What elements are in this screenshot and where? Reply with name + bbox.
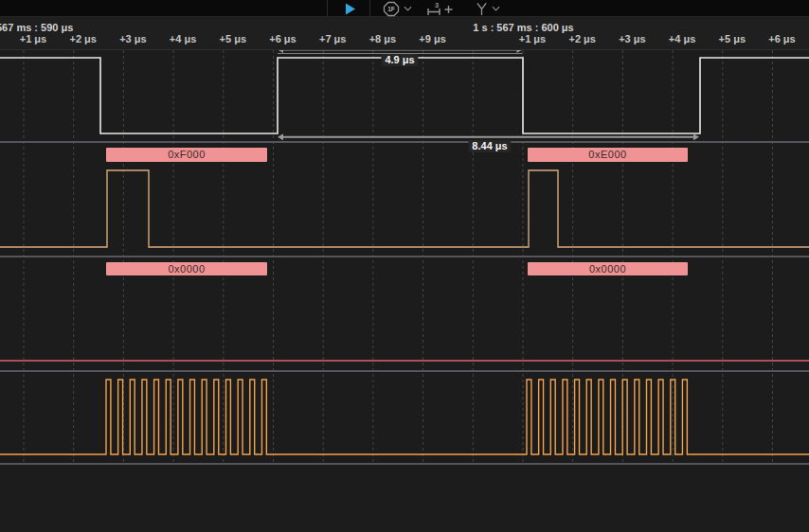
measurement-label[interactable]: 8.44 μs xyxy=(468,140,511,152)
time-tick-label: +3 μs xyxy=(119,33,146,44)
trigger-probe-icon xyxy=(476,2,488,16)
toolbar-divider xyxy=(327,0,328,17)
protocol-annotation[interactable]: 0x0000 xyxy=(528,262,688,276)
play-button[interactable] xyxy=(337,0,362,17)
logic-analyzer-window: 1F 3 567 ms : 590 μs +1 μs+2 μs+3 μs xyxy=(0,0,809,532)
protocol-annotation[interactable]: 0xE000 xyxy=(528,148,688,163)
toolbar-divider xyxy=(369,0,370,17)
time-tick-label: +7 μs xyxy=(319,33,346,44)
channel-1-waveform xyxy=(0,170,809,247)
time-tick-label: +9 μs xyxy=(419,33,445,44)
time-tick-label: +2 μs xyxy=(568,33,595,44)
plus-icon xyxy=(445,6,453,13)
measurement-icon: 3 xyxy=(424,1,455,16)
time-tick-label: +5 μs xyxy=(220,33,246,44)
time-tick-label: +2 μs xyxy=(69,33,96,44)
timeline-absolute-label: 567 ms : 590 μs xyxy=(0,22,73,33)
add-measurement-button[interactable]: 3 xyxy=(423,0,456,17)
time-tick-label: +1 μs xyxy=(519,33,546,44)
time-tick-label: +8 μs xyxy=(369,33,396,44)
analyzers-button[interactable]: 1F xyxy=(380,0,414,17)
time-tick-label: +3 μs xyxy=(619,33,645,44)
protocol-annotation[interactable]: 0xF000 xyxy=(106,148,267,163)
measurement-arrow-left xyxy=(278,133,283,140)
channel-0-waveform xyxy=(0,58,809,133)
measurement-label[interactable]: 4.9 μs xyxy=(381,54,418,66)
time-tick-label: +6 μs xyxy=(768,33,795,44)
time-tick-label: +1 μs xyxy=(20,33,46,44)
analyzer-hex-icon: 1F xyxy=(383,1,400,17)
svg-text:1F: 1F xyxy=(387,6,395,12)
time-tick-label: +5 μs xyxy=(719,33,746,44)
measurement-arrow-right xyxy=(693,133,699,140)
channel-3-waveform xyxy=(0,380,809,454)
time-tick-label: +4 μs xyxy=(170,33,196,44)
chevron-down-icon xyxy=(404,6,412,11)
time-tick-label: +4 μs xyxy=(669,33,695,44)
time-tick-label: +6 μs xyxy=(269,33,296,44)
trigger-button[interactable] xyxy=(473,0,503,17)
protocol-annotation[interactable]: 0x0000 xyxy=(106,262,267,276)
timeline-ruler[interactable]: 567 ms : 590 μs +1 μs+2 μs+3 μs+4 μs+5 μ… xyxy=(0,17,809,50)
svg-text:3: 3 xyxy=(435,1,439,9)
timeline-major-label: 1 s : 567 ms : 600 μs xyxy=(473,22,573,33)
toolbar: 1F 3 xyxy=(0,0,809,17)
chevron-down-icon xyxy=(492,6,500,11)
play-icon xyxy=(343,2,357,16)
